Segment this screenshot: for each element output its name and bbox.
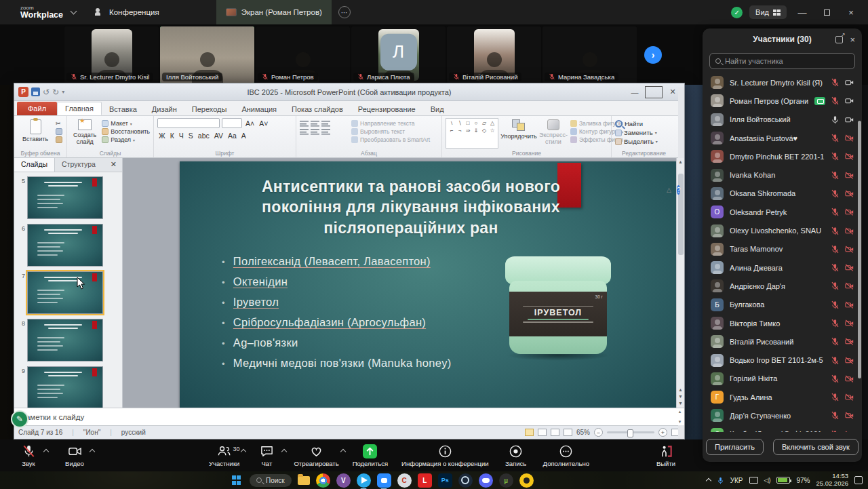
select-button[interactable]: Выделить▾ [615, 138, 658, 145]
video-tile[interactable]: Віталій Рисований [447, 26, 541, 83]
slide-thumbnail-preview[interactable] [27, 366, 103, 408]
participant-row[interactable]: Віталій Рисований [703, 332, 858, 351]
participant-row[interactable]: Sr. Lecturer Dmytro Kisil (Я) [703, 73, 858, 92]
ribbon-tab[interactable]: Главная [57, 102, 102, 115]
participant-row[interactable]: Водько Ігор ВЕТ 2101-2м-5 [703, 351, 858, 369]
speaker-icon[interactable]: ◁) [764, 477, 771, 484]
ribbon-tab[interactable]: Файл [17, 102, 57, 115]
ribbon-tab[interactable]: Показ слайдов [284, 103, 351, 115]
popout-icon[interactable] [835, 36, 843, 43]
video-tile[interactable]: Л Лариса Плюта [351, 26, 446, 83]
slide-thumbnail[interactable]: 6 [16, 224, 119, 267]
font-style-button[interactable]: S [187, 132, 195, 140]
align-left-icon[interactable] [300, 128, 309, 135]
font-size-select[interactable] [222, 118, 242, 128]
chat-button[interactable]: Чат [253, 444, 280, 467]
shape-glyph[interactable]: ∖ [458, 120, 461, 126]
participant-row[interactable]: O Oleksandr Petryk [703, 203, 858, 221]
photoshop-icon[interactable]: Ps [438, 473, 452, 488]
columns-icon[interactable] [321, 128, 330, 135]
align-center-icon[interactable] [311, 128, 319, 135]
copy-icon[interactable] [56, 128, 62, 135]
font-style-button[interactable]: А [240, 132, 248, 140]
participant-row[interactable]: Ivanka Kohan [703, 165, 858, 184]
ppt-close-button[interactable]: ✕ [664, 86, 682, 98]
participant-row[interactable]: Olexy Livoshchenko, SNAU [703, 221, 858, 239]
minimize-button[interactable]: — [793, 7, 811, 18]
close-button[interactable]: × [842, 7, 860, 18]
new-slide-button[interactable]: Создать слайд [71, 118, 99, 149]
shape-glyph[interactable]: △ [490, 120, 494, 126]
participant-row[interactable]: Taras Mamonov [703, 240, 858, 258]
shape-glyph[interactable]: ☆ [490, 128, 494, 134]
zoom-app-icon[interactable] [377, 473, 391, 488]
shape-glyph[interactable]: ▱ [482, 120, 486, 126]
tab-screen-share[interactable]: Экран (Роман Петров) [216, 0, 332, 24]
undo-icon[interactable]: ↺ [43, 87, 50, 97]
video-options-icon[interactable] [90, 448, 95, 454]
yellow-app-icon[interactable] [519, 473, 534, 488]
meeting-info-button[interactable]: Информация о конференции [401, 444, 489, 467]
invite-button[interactable]: Пригласить [706, 439, 764, 455]
participant-row[interactable]: Роман Петров (Организатор) [703, 92, 858, 110]
grow-font-icon[interactable]: A˄ [244, 119, 256, 128]
participant-row[interactable]: Горілий Нікіта [703, 370, 858, 388]
zoom-out-icon[interactable]: − [594, 428, 603, 437]
video-button[interactable]: Видео [61, 444, 88, 467]
language-indicator[interactable]: русский [121, 429, 146, 436]
participant-row[interactable]: Ілля Войтовський [703, 111, 858, 129]
slide-thumbnail-preview[interactable] [27, 224, 103, 267]
zoom-in-icon[interactable]: + [658, 428, 667, 437]
share-button[interactable]: Поделиться [353, 444, 388, 467]
participant-row[interactable]: Б Булгакова [703, 296, 858, 314]
participants-button[interactable]: 30 Участники [209, 444, 239, 467]
font-style-button[interactable]: abc [197, 132, 211, 140]
participant-row[interactable]: Dmytro Pinchuk ВЕТ 2201-1 м5 [703, 147, 858, 165]
clock[interactable]: 14:53 25.02.2026 [816, 473, 848, 488]
slide-thumbnail-preview[interactable] [27, 176, 103, 219]
zoom-slider[interactable] [607, 431, 654, 433]
participants-scrollbar[interactable] [858, 121, 861, 378]
ribbon-collapse-icon[interactable]: △ [667, 187, 671, 193]
ribbon-tab[interactable]: Вставка [102, 103, 144, 115]
shape-glyph[interactable]: ○ [475, 120, 478, 126]
shapes-gallery[interactable]: \∖□○▱△⌐¬⇒⇓◇☆ [446, 118, 498, 149]
video-tile[interactable]: Ілля Войтовський [160, 26, 254, 83]
ribbon-tab[interactable]: Дизайн [144, 103, 184, 115]
participant-row[interactable]: Андрієнко Дар'я [703, 277, 858, 295]
current-slide[interactable]: Антисептики та ранові засоби нового поко… [180, 161, 676, 408]
ppt-minimize-button[interactable]: — [626, 86, 644, 98]
numbering-icon[interactable] [311, 120, 319, 127]
redo-icon[interactable]: ↻ [52, 87, 59, 97]
reset-button[interactable]: Восстановить [102, 128, 150, 135]
slide-scrollbar[interactable]: ▲ ▲▼▼ [676, 158, 684, 408]
participants-options-icon[interactable] [241, 448, 246, 454]
align-text-button[interactable]: Выровнять текст [351, 128, 430, 135]
qat-dropdown-icon[interactable]: ▾ [62, 89, 64, 95]
maximize-button[interactable] [818, 7, 835, 18]
security-shield-icon[interactable]: ✓ [731, 7, 743, 18]
shape-glyph[interactable]: \ [451, 120, 452, 126]
shape-glyph[interactable]: ⇓ [474, 128, 479, 134]
tab-outline[interactable]: Структура [55, 158, 102, 172]
next-videos-button[interactable]: › [644, 46, 662, 64]
viber-icon[interactable]: V [336, 473, 351, 488]
participant-row[interactable]: Oksana Shkromada [703, 184, 858, 203]
network-icon[interactable] [749, 477, 758, 484]
steam-icon[interactable] [458, 473, 473, 488]
reading-view-icon[interactable] [551, 429, 559, 436]
layout-button[interactable]: Макет▾ [102, 120, 150, 127]
find-button[interactable]: Найти [615, 120, 658, 128]
record-button[interactable]: Запись [502, 444, 530, 467]
ccleaner-icon[interactable]: C [397, 473, 412, 488]
smartart-button[interactable]: Преобразовать в SmartArt [351, 136, 430, 143]
shape-glyph[interactable]: ⇒ [466, 128, 471, 134]
cut-icon[interactable]: ✂ [56, 120, 62, 127]
participant-search[interactable] [709, 53, 855, 69]
indent-icon[interactable] [321, 120, 330, 127]
video-tile[interactable]: Роман Петров [256, 26, 350, 83]
ribbon-tab[interactable]: Рецензирование [351, 103, 423, 115]
slide-thumbnail-preview[interactable] [27, 271, 103, 314]
tray-expand-icon[interactable] [705, 478, 711, 484]
pane-close-icon[interactable]: ✕ [105, 158, 122, 172]
